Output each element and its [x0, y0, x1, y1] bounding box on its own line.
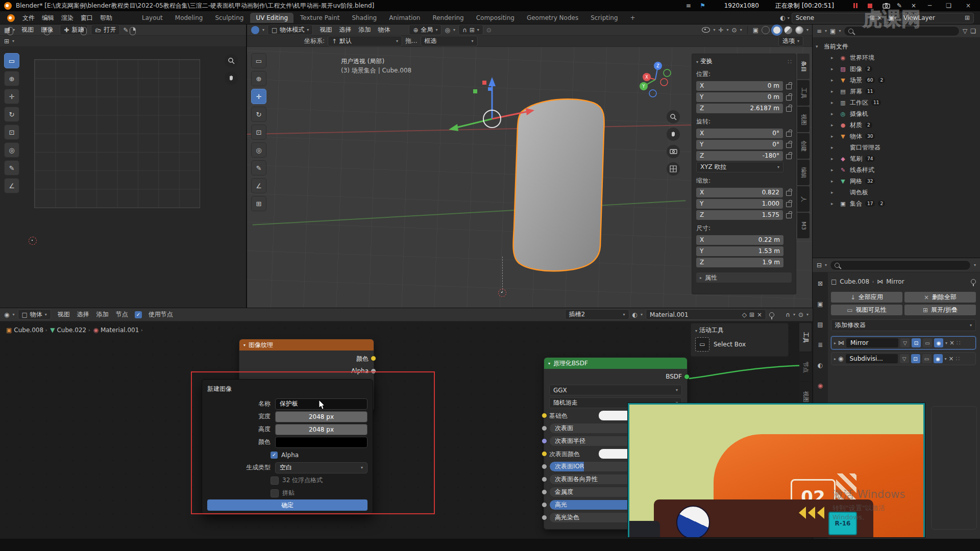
scale-field[interactable]: Y1.000 — [696, 199, 783, 209]
properties-tab[interactable]: ▤ — [814, 318, 827, 331]
workspace-tab[interactable]: Geometry Nodes — [521, 13, 584, 23]
node-snap-icon[interactable]: ∩ — [786, 312, 790, 318]
view-layer-icon[interactable]: ▣ — [889, 15, 894, 21]
modifier-name-field[interactable]: Mirror — [846, 338, 898, 347]
outliner-item[interactable]: ▸ ● 材质 2 — [816, 119, 978, 131]
viewport-zoom-button[interactable] — [667, 110, 680, 123]
properties-tab[interactable]: ≣ — [814, 339, 827, 351]
window-close-button[interactable]: × — [961, 2, 976, 9]
rotation-field[interactable]: X0° — [696, 129, 783, 138]
uv-tool-button[interactable]: ◎ — [4, 142, 19, 158]
workspace-tab[interactable]: + — [625, 13, 641, 23]
modifier-render-toggle[interactable]: ◉ — [934, 338, 943, 347]
properties-subpanel-header[interactable]: ▸属性 — [696, 272, 792, 283]
node-output-socket[interactable] — [371, 356, 376, 361]
shader-menu-item[interactable]: 节点 — [112, 310, 132, 319]
lock-icon[interactable] — [786, 132, 792, 137]
pause-recording-button[interactable] — [853, 3, 857, 8]
viewport-menu-item[interactable]: 视图 — [316, 26, 335, 34]
orientation-selector[interactable]: ⊕全局▾ — [409, 24, 442, 35]
rotation-mode-dropdown[interactable]: XYZ 欧拉▾ — [696, 162, 783, 172]
lock-icon[interactable] — [786, 143, 792, 148]
properties-tab[interactable]: ▣ — [814, 298, 827, 310]
shader-type-selector[interactable]: □物体▾ — [18, 309, 51, 320]
modifier-row[interactable]: ▸ ⋈ Mirror ▽ ⊡ ▭ ◉ ▾ × ∷ — [831, 336, 976, 349]
move-gizmo[interactable] — [436, 63, 548, 175]
outliner-filter-type-icon[interactable]: ▣ — [830, 28, 836, 34]
uv-menu-item[interactable]: 视图 — [18, 26, 37, 34]
viewport-grid-toggle-button[interactable] — [667, 162, 680, 176]
location-field[interactable]: Y0 m — [696, 92, 783, 102]
menu-item[interactable]: 窗口 — [77, 14, 96, 22]
modifier-drag-dots[interactable]: ∷ — [957, 339, 961, 346]
shader-breadcrumb-item[interactable]: ◉Material.001› — [93, 327, 142, 334]
shader-editor-type-icon[interactable]: ◉ — [4, 312, 9, 318]
workspace-tab[interactable]: Scripting — [585, 13, 623, 23]
drag-dropdown[interactable]: 框选▾ — [421, 36, 478, 46]
outliner-item[interactable]: ▸ ▥ 工作区 11 — [816, 97, 978, 108]
workspace-tab[interactable]: Compositing — [471, 13, 520, 23]
modifier-vertex-group-toggle[interactable]: ▽ — [900, 338, 910, 347]
new-collection-icon[interactable]: ❏ — [970, 28, 976, 34]
add-modifier-dropdown[interactable]: 添加修改器▾ — [831, 319, 976, 331]
bsdf-input-socket[interactable] — [542, 413, 547, 418]
options-dropdown[interactable]: 选项▾ — [778, 36, 803, 46]
viewport-menu-item[interactable]: 选择 — [335, 26, 355, 34]
unlink-material-icon[interactable]: × — [757, 312, 762, 318]
draw-pencil-icon[interactable]: ✎ — [894, 2, 904, 9]
outliner-item[interactable]: ▸ ▨ 图像 2 — [816, 63, 978, 74]
uv-pin-icon[interactable]: ✎ — [123, 27, 128, 33]
recorder-close-icon[interactable]: × — [909, 2, 919, 9]
window-maximize-button[interactable]: ❏ — [941, 2, 957, 9]
lock-icon[interactable] — [786, 191, 792, 196]
pin-id-icon[interactable] — [971, 279, 976, 284]
filter-funnel-icon[interactable]: ▽ — [963, 28, 967, 34]
modifier-render-toggle[interactable]: ◉ — [934, 354, 943, 363]
distribution-dropdown[interactable]: GGX▾ — [549, 385, 682, 395]
viewport-tool-button[interactable]: ↻ — [251, 107, 266, 122]
uv-tool-button[interactable]: ✛ — [4, 89, 19, 104]
rotation-field[interactable]: Z-180° — [696, 151, 783, 161]
bsdf-input-socket[interactable] — [542, 477, 547, 482]
use-nodes-checkbox[interactable]: ✓ — [135, 311, 142, 318]
breadcrumb-object[interactable]: Cube.008 — [840, 278, 869, 285]
shader-sidebar-tab[interactable]: 节点 — [799, 353, 812, 381]
uv-tool-button[interactable]: ✎ — [4, 160, 19, 176]
modifier-editmode-toggle[interactable]: ⊡ — [912, 338, 921, 347]
bsdf-input-socket[interactable] — [542, 489, 547, 495]
new-view-layer-icon[interactable]: ⊞ — [965, 15, 970, 21]
viewport-3d-cursor[interactable] — [498, 289, 506, 297]
menu-item[interactable]: 编辑 — [38, 14, 58, 22]
properties-tab[interactable]: ⊠ — [814, 278, 827, 290]
panel-drag-dots[interactable]: ∷ — [788, 58, 792, 65]
shading-rendered-icon[interactable] — [795, 26, 803, 34]
menu-item[interactable]: 帮助 — [96, 14, 116, 22]
copy-material-icon[interactable]: ⊞ — [749, 312, 754, 318]
view-layer-selector[interactable]: ViewLayer ⊞ — [899, 13, 974, 23]
snap-toggle[interactable]: ∩⊞▾ — [458, 24, 483, 35]
outliner-item[interactable]: ▸ ▼ 网格 32 — [816, 176, 978, 187]
sidebar-tab[interactable]: 工具 — [797, 80, 810, 106]
viewport-tool-button[interactable]: ∠ — [251, 178, 266, 193]
uv-tool-button[interactable]: ∠ — [4, 178, 19, 193]
viewport-pan-hand-button[interactable] — [667, 128, 680, 141]
shading-wireframe-icon[interactable] — [762, 26, 770, 34]
shader-sidebar-tab[interactable]: 工具 — [799, 323, 812, 352]
viewport-tool-button[interactable]: ⊡ — [251, 124, 266, 140]
viewport-camera-button[interactable] — [667, 145, 680, 158]
scale-field[interactable]: X0.822 — [696, 188, 783, 197]
outliner-root-row[interactable]: ▾当前文件 — [816, 41, 978, 52]
viewport-tool-button[interactable]: ▭ — [251, 53, 266, 68]
shading-material-icon[interactable] — [784, 26, 792, 34]
modifier-action-button[interactable]: ▭视图可见性 — [831, 305, 902, 315]
window-minimize-button[interactable]: ─ — [923, 2, 937, 9]
outliner-item[interactable]: ▸ ◉ 世界环境 — [816, 52, 978, 63]
overlays-dropdown-icon[interactable]: ⊙ — [732, 27, 737, 33]
modifier-delete-icon[interactable]: × — [949, 340, 954, 346]
modifier-action-button[interactable]: ×删除全部 — [904, 292, 976, 303]
bsdf-input-socket[interactable] — [542, 425, 547, 431]
uv-tool-button[interactable]: ↻ — [4, 107, 19, 122]
viewport-menu-item[interactable]: 物体 — [374, 26, 394, 34]
uv-zoom-button[interactable] — [225, 54, 238, 67]
modifier-extras-icon[interactable]: ▾ — [945, 341, 947, 345]
